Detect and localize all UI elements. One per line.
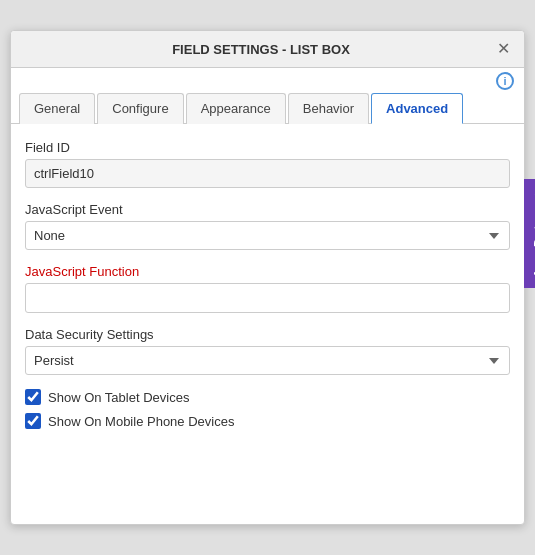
- close-button[interactable]: ✕: [497, 41, 510, 57]
- show-mobile-checkbox[interactable]: [25, 413, 41, 429]
- field-id-label: Field ID: [25, 140, 510, 155]
- javascript-event-label: JavaScript Event: [25, 202, 510, 217]
- dialog: FIELD SETTINGS - LIST BOX ✕ i General Co…: [10, 30, 525, 525]
- javascript-function-input[interactable]: [25, 283, 510, 313]
- info-row: i: [11, 68, 524, 92]
- side-chevron[interactable]: ❮: [524, 179, 535, 207]
- show-tablet-group: Show On Tablet Devices: [25, 389, 510, 405]
- app-data-tab[interactable]: App Data: [524, 207, 535, 288]
- javascript-event-select[interactable]: None onChange onClick onFocus onBlur: [25, 221, 510, 250]
- show-tablet-checkbox[interactable]: [25, 389, 41, 405]
- content-area: Field ID JavaScript Event None onChange …: [11, 124, 524, 524]
- tabs-container: General Configure Appearance Behavior Ad…: [11, 92, 524, 124]
- javascript-event-group: JavaScript Event None onChange onClick o…: [25, 202, 510, 250]
- dialog-title: FIELD SETTINGS - LIST BOX: [25, 42, 497, 57]
- show-mobile-group: Show On Mobile Phone Devices: [25, 413, 510, 429]
- data-security-group: Data Security Settings Persist Session N…: [25, 327, 510, 375]
- data-security-select[interactable]: Persist Session None: [25, 346, 510, 375]
- javascript-function-label-text: JavaScript Function: [25, 264, 139, 279]
- dialog-header: FIELD SETTINGS - LIST BOX ✕: [11, 31, 524, 68]
- app-data-label: App Data: [532, 217, 536, 278]
- tab-appearance[interactable]: Appearance: [186, 93, 286, 124]
- show-tablet-label: Show On Tablet Devices: [48, 390, 189, 405]
- show-mobile-label: Show On Mobile Phone Devices: [48, 414, 234, 429]
- tab-behavior[interactable]: Behavior: [288, 93, 369, 124]
- tab-general[interactable]: General: [19, 93, 95, 124]
- field-id-input[interactable]: [25, 159, 510, 188]
- tab-configure[interactable]: Configure: [97, 93, 183, 124]
- tab-advanced[interactable]: Advanced: [371, 93, 463, 124]
- data-security-label: Data Security Settings: [25, 327, 510, 342]
- javascript-function-label: JavaScript Function: [25, 264, 510, 279]
- side-panel: ❮ App Data: [524, 179, 535, 288]
- field-id-group: Field ID: [25, 140, 510, 188]
- javascript-function-group: JavaScript Function: [25, 264, 510, 313]
- info-icon[interactable]: i: [496, 72, 514, 90]
